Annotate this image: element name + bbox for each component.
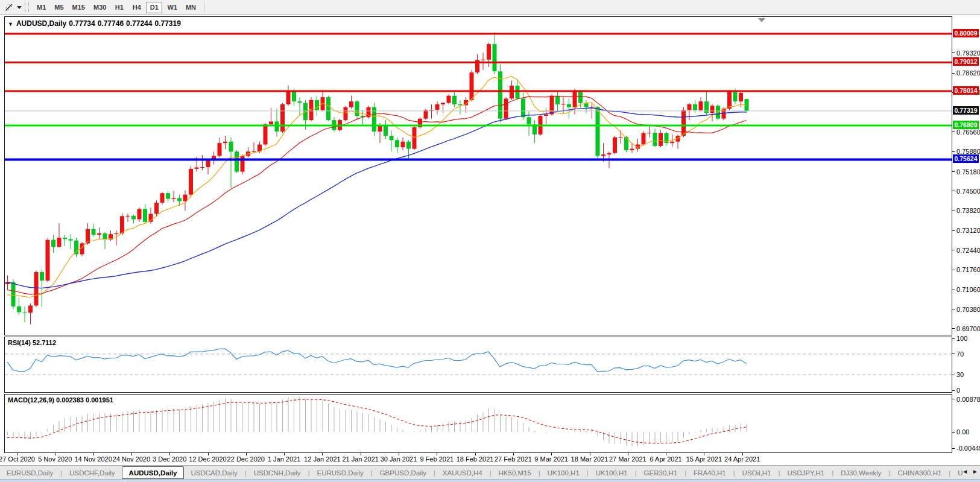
date-label: 27 Feb 2021 <box>495 455 532 463</box>
price-tick-label: 0.73120 <box>956 227 980 234</box>
tab-uk100-h1[interactable]: UK100,H1 <box>541 467 586 478</box>
tab-separator: | <box>490 469 492 477</box>
macd-signal-line <box>7 399 747 443</box>
rsi-label: RSI(14) 52.7112 <box>8 339 56 346</box>
price-tick <box>952 290 955 290</box>
price-tick-label: 0.75180 <box>956 168 980 176</box>
macd-histogram-layer <box>8 396 747 446</box>
date-label: 9 Feb 2021 <box>420 455 454 463</box>
price-tick-label: 0.78620 <box>956 69 980 77</box>
tab-scroll-right-icon[interactable]: ► <box>972 468 978 475</box>
tab-dj30-weekly[interactable]: DJ30,Weekly <box>834 467 888 478</box>
tab-separator: | <box>949 469 950 477</box>
tab-xauusd-h4[interactable]: XAUUSD,H4 <box>436 467 489 478</box>
chart-title: ▼AUDUSD,Daily0.777340.777460.772440.7731… <box>8 19 183 28</box>
price-tick <box>952 73 955 74</box>
rsi-axis-tick <box>952 375 955 375</box>
tab-usdcnh-daily[interactable]: USDCNH,Daily <box>247 467 308 478</box>
price-tick <box>952 230 955 231</box>
tool-dropdown-caret[interactable] <box>16 1 22 13</box>
price-tick <box>952 151 955 152</box>
main-chart-svg[interactable] <box>5 17 952 335</box>
timeframe-button-mn[interactable]: MN <box>182 2 200 13</box>
tab-eurusd-daily[interactable]: EURUSD,Daily <box>0 467 60 478</box>
timeframe-button-h1[interactable]: H1 <box>111 2 127 13</box>
tab-gbpusd-daily[interactable]: GBPUSD,Daily <box>373 467 433 478</box>
price-tick <box>952 328 955 329</box>
tab-uk100-h1[interactable]: UK100,H1 <box>589 467 634 478</box>
rsi-axis-label: 0 <box>956 387 960 394</box>
tab-separator: | <box>684 469 686 477</box>
window-bottom-edge <box>0 479 980 482</box>
tab-usoil-h1[interactable]: USOil,H1 <box>736 467 778 478</box>
price-tick-label: 0.70380 <box>956 306 980 313</box>
price-tick <box>952 132 955 132</box>
tab-usdchf-daily[interactable]: USDCHF,Daily <box>63 467 121 478</box>
timeframe-button-m15[interactable]: M15 <box>69 2 89 13</box>
price-line-badge: 0.77319 <box>953 106 979 115</box>
timeframe-button-d1[interactable]: D1 <box>146 2 162 13</box>
timeframe-button-m1[interactable]: M1 <box>33 2 49 13</box>
chart-symbol-label: AUDUSD,Daily <box>16 19 66 28</box>
tab-usdjpy-h1[interactable]: USDJPY,H1 <box>780 467 831 478</box>
macd-axis-label: 0.00 <box>956 428 969 436</box>
date-label: 3 Dec 2020 <box>153 455 186 463</box>
date-label: 9 Mar 2021 <box>534 455 568 463</box>
rsi-axis-label: 70 <box>956 350 964 358</box>
rsi-panel[interactable] <box>4 337 952 393</box>
tab-audusd-daily[interactable]: AUDUSD,Daily <box>122 466 185 479</box>
candles-layer <box>5 32 749 324</box>
tab-scroll-arrows: ◄► <box>962 468 978 475</box>
timeframe-button-m5[interactable]: M5 <box>51 2 67 13</box>
tab-separator: | <box>635 469 637 477</box>
tab-hk50-m15[interactable]: HK50,M15 <box>492 467 538 478</box>
tab-scroll-left-icon[interactable]: ◄ <box>962 468 968 475</box>
price-axis: 0.793200.786200.779400.765600.758800.751… <box>952 15 980 454</box>
timeframe-button-m30[interactable]: M30 <box>90 2 110 13</box>
crosshair-tool-icon <box>4 2 14 12</box>
tab-separator: | <box>245 469 247 477</box>
chart-shift-marker-icon[interactable] <box>758 18 765 22</box>
price-tick-label: 0.72440 <box>956 247 980 254</box>
ohlc-high: 0.77746 <box>98 19 124 28</box>
macd-axis-label: 0.008782 <box>956 396 980 403</box>
macd-chart-svg[interactable] <box>5 395 952 452</box>
tab-separator: | <box>587 469 589 477</box>
rsi-chart-svg[interactable] <box>5 337 952 392</box>
tab-separator: | <box>308 469 310 477</box>
price-line-badge: 0.76809 <box>953 121 979 129</box>
price-tick <box>952 250 955 250</box>
toolbar-separator <box>204 2 204 12</box>
tab-separator: | <box>832 469 833 477</box>
price-tick-label: 0.79320 <box>956 49 980 57</box>
date-label: 18 Feb 2021 <box>457 455 494 463</box>
date-label: 18 Mar 2021 <box>571 455 609 463</box>
rsi-axis-tick <box>952 354 955 354</box>
tab-fra40-h1[interactable]: FRA40,H1 <box>687 467 733 478</box>
date-label: 24 Nov 2020 <box>113 455 150 463</box>
macd-panel[interactable] <box>4 394 952 453</box>
time-axis: 27 Oct 20205 Nov 202014 Nov 202024 Nov 2… <box>0 453 980 465</box>
date-label: 14 Nov 2020 <box>74 455 112 463</box>
date-label: 27 Oct 2020 <box>0 455 35 463</box>
price-tick-label: 0.71060 <box>956 286 980 293</box>
date-label: 27 Mar 2021 <box>609 455 646 463</box>
timeframe-button-h4[interactable]: H4 <box>128 2 145 13</box>
crosshair-tool-button[interactable] <box>2 1 16 13</box>
price-tick-label: 0.69700 <box>956 325 980 332</box>
tab-ger30-h1[interactable]: GER30,H1 <box>637 467 684 478</box>
tab-separator: | <box>434 469 435 477</box>
timeframe-button-w1[interactable]: W1 <box>163 2 181 13</box>
price-chart-panel[interactable] <box>4 16 952 335</box>
tab-china300-h1[interactable]: CHINA300,H1 <box>891 467 948 478</box>
chart-tab-bar: EURUSD,Daily|USDCHF,DailyAUDUSD,DailyUSD… <box>0 465 980 480</box>
macd-label: MACD(12,26,9) 0.002383 0.001951 <box>8 396 113 404</box>
collapse-arrow-icon[interactable]: ▼ <box>8 21 13 27</box>
tab-eurusd-daily[interactable]: EURUSD,Daily <box>310 467 370 478</box>
date-label: 21 Jan 2021 <box>342 455 379 463</box>
price-tick <box>952 171 955 172</box>
rsi-line <box>7 349 747 372</box>
tab-usdcad-daily[interactable]: USDCAD,Daily <box>184 467 244 478</box>
date-label: 6 Apr 2021 <box>650 455 681 463</box>
tab-separator: | <box>371 469 373 477</box>
